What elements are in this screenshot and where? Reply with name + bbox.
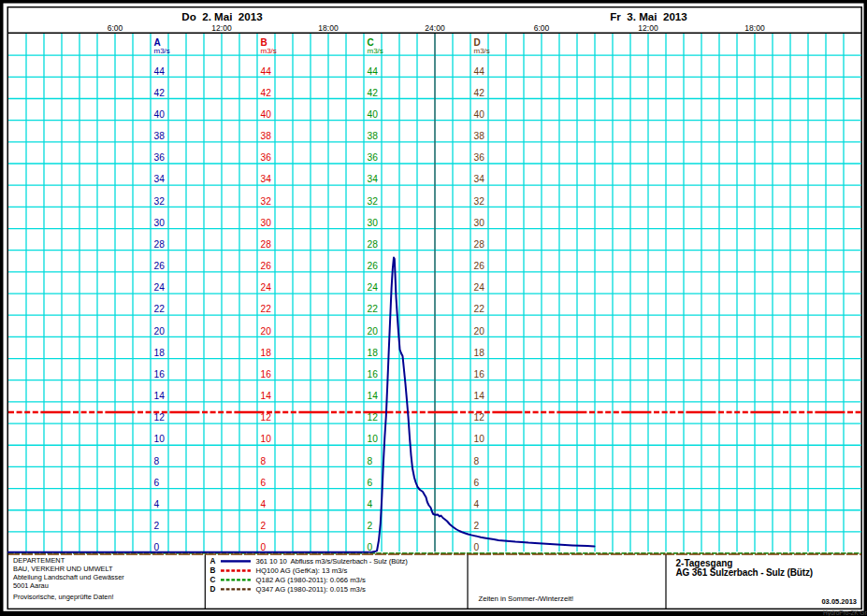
svg-text:8: 8 bbox=[261, 456, 267, 466]
svg-text:m3/s: m3/s bbox=[261, 47, 277, 55]
svg-text:Abteilung Landschaft und Gewäs: Abteilung Landschaft und Gewässer bbox=[13, 573, 124, 581]
svg-text:36: 36 bbox=[368, 152, 379, 163]
svg-text:16: 16 bbox=[154, 369, 166, 380]
svg-text:0: 0 bbox=[261, 542, 267, 552]
svg-text:Zeiten in Sommer-/Winterzeit!: Zeiten in Sommer-/Winterzeit! bbox=[479, 595, 574, 603]
svg-text:HQ100 AG (GefKa): 13 m3/s: HQ100 AG (GefKa): 13 m3/s bbox=[256, 566, 348, 575]
svg-text:26: 26 bbox=[474, 261, 485, 271]
svg-text:5001 Aarau: 5001 Aarau bbox=[13, 581, 49, 590]
svg-text:A: A bbox=[154, 37, 161, 48]
svg-text:22: 22 bbox=[474, 304, 485, 314]
svg-text:6:00: 6:00 bbox=[108, 23, 123, 33]
svg-text:44: 44 bbox=[474, 66, 485, 77]
svg-text:0: 0 bbox=[154, 542, 160, 552]
svg-text:24: 24 bbox=[261, 282, 272, 293]
svg-text:38: 38 bbox=[368, 131, 379, 141]
svg-text:C: C bbox=[210, 576, 216, 584]
svg-text:8: 8 bbox=[154, 456, 160, 466]
svg-text:14: 14 bbox=[261, 391, 272, 401]
svg-text:A: A bbox=[210, 557, 216, 566]
svg-text:18: 18 bbox=[368, 348, 379, 358]
svg-text:34: 34 bbox=[154, 174, 166, 184]
svg-text:30: 30 bbox=[474, 218, 485, 228]
svg-text:20: 20 bbox=[474, 326, 485, 337]
svg-text:HydroPro-2K Grafik: HydroPro-2K Grafik bbox=[823, 609, 867, 616]
svg-text:8: 8 bbox=[368, 456, 373, 466]
svg-text:4: 4 bbox=[261, 499, 267, 509]
svg-text:12:00: 12:00 bbox=[638, 23, 658, 33]
svg-text:24: 24 bbox=[368, 282, 379, 293]
svg-text:D: D bbox=[474, 37, 481, 48]
svg-text:22: 22 bbox=[368, 304, 379, 314]
svg-text:26: 26 bbox=[154, 261, 166, 271]
svg-text:30: 30 bbox=[154, 218, 166, 228]
svg-text:36: 36 bbox=[261, 152, 272, 163]
svg-text:12: 12 bbox=[368, 412, 379, 423]
svg-text:12: 12 bbox=[154, 412, 166, 423]
svg-text:26: 26 bbox=[261, 261, 272, 271]
svg-text:2: 2 bbox=[368, 521, 373, 531]
svg-text:BAU, VERKEHR UND UMWELT: BAU, VERKEHR UND UMWELT bbox=[13, 565, 113, 573]
svg-text:m3/s: m3/s bbox=[368, 47, 383, 55]
svg-text:AG 361 Sulzerbach - Sulz (Bütz: AG 361 Sulzerbach - Sulz (Bütz) bbox=[676, 567, 813, 578]
svg-text:42: 42 bbox=[261, 88, 272, 98]
svg-text:Fr 3. Mai 2013: Fr 3. Mai 2013 bbox=[610, 10, 687, 22]
svg-text:Provisorische, ungeprüfte Date: Provisorische, ungeprüfte Daten! bbox=[13, 593, 114, 601]
svg-text:20: 20 bbox=[368, 326, 379, 337]
svg-text:10: 10 bbox=[261, 434, 272, 444]
svg-text:8: 8 bbox=[474, 456, 480, 466]
svg-text:18:00: 18:00 bbox=[318, 23, 339, 33]
svg-text:30: 30 bbox=[368, 218, 379, 228]
svg-text:36: 36 bbox=[474, 152, 485, 163]
svg-text:12: 12 bbox=[474, 412, 485, 423]
svg-text:16: 16 bbox=[474, 369, 485, 380]
svg-text:2: 2 bbox=[261, 521, 267, 531]
svg-text:20: 20 bbox=[154, 326, 166, 337]
svg-text:20: 20 bbox=[261, 326, 272, 337]
svg-text:34: 34 bbox=[368, 174, 379, 184]
svg-text:24: 24 bbox=[474, 282, 485, 293]
svg-text:32: 32 bbox=[261, 196, 272, 207]
svg-text:24:00: 24:00 bbox=[425, 23, 445, 33]
svg-text:18: 18 bbox=[261, 348, 272, 358]
svg-text:14: 14 bbox=[368, 391, 379, 401]
svg-text:22: 22 bbox=[154, 304, 166, 314]
svg-text:2: 2 bbox=[474, 521, 480, 531]
svg-text:42: 42 bbox=[368, 88, 379, 98]
svg-text:28: 28 bbox=[368, 239, 379, 250]
svg-text:6: 6 bbox=[261, 478, 267, 488]
svg-text:22: 22 bbox=[261, 304, 272, 314]
svg-text:40: 40 bbox=[474, 109, 485, 120]
svg-text:B: B bbox=[210, 566, 216, 575]
svg-text:42: 42 bbox=[474, 88, 485, 98]
svg-text:14: 14 bbox=[474, 391, 485, 401]
svg-text:6: 6 bbox=[154, 478, 160, 488]
svg-text:28: 28 bbox=[261, 239, 272, 250]
svg-text:32: 32 bbox=[154, 196, 166, 207]
svg-text:361 10 10 Abfluss m3/s/Sulzer: 361 10 10 Abfluss m3/s/Sulzerbach - Sulz… bbox=[256, 557, 409, 566]
svg-text:4: 4 bbox=[154, 499, 160, 509]
svg-text:4: 4 bbox=[368, 499, 373, 509]
svg-text:DEPARTEMENT: DEPARTEMENT bbox=[13, 556, 65, 565]
svg-text:38: 38 bbox=[261, 131, 272, 141]
svg-text:m3/s: m3/s bbox=[154, 47, 170, 55]
svg-text:18: 18 bbox=[154, 348, 166, 358]
svg-text:36: 36 bbox=[154, 152, 166, 163]
svg-text:m3/s: m3/s bbox=[474, 47, 490, 55]
svg-text:44: 44 bbox=[368, 66, 379, 77]
svg-text:32: 32 bbox=[474, 196, 485, 207]
svg-text:6: 6 bbox=[474, 478, 480, 488]
svg-text:38: 38 bbox=[474, 131, 485, 141]
svg-text:34: 34 bbox=[474, 174, 485, 184]
svg-text:42: 42 bbox=[154, 88, 166, 98]
svg-text:28: 28 bbox=[154, 239, 166, 250]
svg-text:Do 2. Mai 2013: Do 2. Mai 2013 bbox=[181, 10, 263, 22]
svg-text:12:00: 12:00 bbox=[211, 23, 232, 33]
svg-text:D: D bbox=[210, 585, 216, 594]
svg-text:10: 10 bbox=[368, 434, 379, 444]
svg-text:26: 26 bbox=[368, 261, 379, 271]
svg-text:12: 12 bbox=[261, 412, 272, 423]
svg-text:16: 16 bbox=[368, 369, 379, 380]
svg-text:03.05.2013: 03.05.2013 bbox=[821, 597, 857, 606]
svg-text:30: 30 bbox=[261, 218, 272, 228]
